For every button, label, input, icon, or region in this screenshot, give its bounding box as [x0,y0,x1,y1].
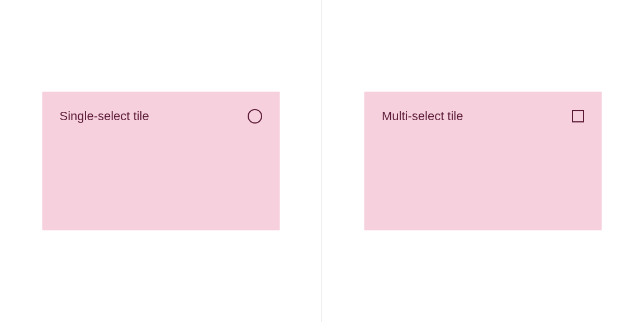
checkbox-icon[interactable] [572,110,584,122]
single-select-label: Single-select tile [60,109,149,124]
multi-select-tile[interactable]: Multi-select tile [364,92,602,230]
multi-select-panel: Multi-select tile [322,0,644,322]
single-select-tile[interactable]: Single-select tile [42,92,280,230]
tile-header: Multi-select tile [382,109,584,124]
single-select-panel: Single-select tile [0,0,322,322]
multi-select-label: Multi-select tile [382,109,463,124]
radio-icon[interactable] [248,109,262,124]
tile-header: Single-select tile [60,109,262,124]
